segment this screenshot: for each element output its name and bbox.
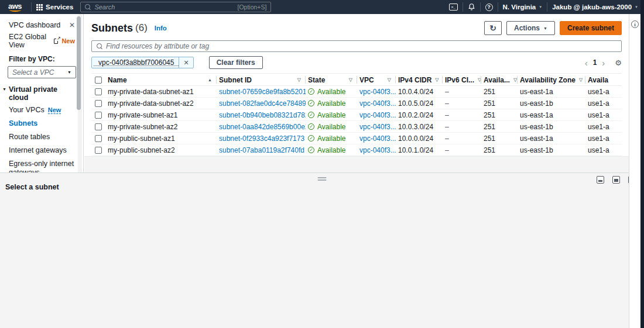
account-menu[interactable]: Jakub @ jakub-aws-2000 ▼ (552, 4, 638, 11)
info-link[interactable]: Info (155, 25, 167, 32)
column-header-state[interactable]: State▽ (306, 74, 357, 86)
vpc-link[interactable]: vpc-040f3... (359, 99, 396, 108)
column-header-subnet-id[interactable]: Subnet ID▽ (217, 74, 306, 86)
az-id-cell: use1-a (585, 123, 622, 131)
row-checkbox[interactable] (95, 123, 102, 130)
az-id-cell: use1-a (585, 111, 622, 119)
column-header-availa[interactable]: Availa (585, 74, 622, 86)
state-cell: ✓Available (306, 88, 357, 96)
refresh-button[interactable]: ↻ (484, 21, 502, 35)
column-header-vpc[interactable]: VPC▽ (357, 74, 396, 86)
vpc-link[interactable]: vpc-040f3... (359, 134, 396, 143)
state-label: Available (317, 111, 345, 119)
row-checkbox[interactable] (95, 147, 102, 154)
available-check-icon: ✓ (308, 100, 314, 106)
column-label: IPv4 CIDR (398, 76, 431, 84)
subnet-id-link[interactable]: subnet-07659c8e9fa8b5201 (219, 88, 306, 96)
sidebar-item-your-vpcs[interactable]: Your VPCsNew (0, 103, 83, 117)
row-checkbox[interactable] (95, 88, 102, 95)
sidebar-item-subnets[interactable]: Subnets (0, 117, 83, 130)
new-badge: New (48, 106, 61, 114)
state-cell: ✓Available (306, 99, 357, 108)
current-page-number[interactable]: 1 (593, 58, 597, 67)
availability-zone-cell: us-east-1b (518, 146, 585, 154)
region-label: N. Virginia (503, 4, 536, 11)
sidebar-scrollbar-thumb[interactable] (77, 16, 81, 110)
panel-drag-handle[interactable] (318, 177, 327, 182)
sidebar-item-vpc-dashboard[interactable]: VPC dashboard (9, 21, 60, 29)
panel-layout-split-icon[interactable] (612, 176, 620, 184)
window-scrollbar-strip[interactable] (640, 0, 644, 328)
state-label: Available (317, 146, 345, 154)
sidebar-section-virtual-private-cloud[interactable]: ▼Virtual private cloud (0, 80, 83, 103)
sidebar-item-ec2-global-view[interactable]: EC2 Global View (9, 33, 52, 49)
row-checkbox[interactable] (95, 135, 102, 142)
resource-search[interactable] (91, 40, 622, 52)
available-ips-cell: 251 (481, 146, 518, 154)
subnet-id-link[interactable]: subnet-082fae0dc4ce78489 (219, 99, 306, 108)
vpc-link[interactable]: vpc-040f3... (359, 123, 396, 131)
actions-button[interactable]: Actions ▼ (506, 21, 555, 35)
column-header-availability-zone[interactable]: Availability Zone▽ (518, 74, 585, 86)
subnet-name-cell: my-private-data-subnet-az2 (105, 99, 217, 108)
sidebar-item-internet-gateways[interactable]: Internet gateways (0, 144, 83, 157)
next-page-icon[interactable]: › (602, 58, 605, 67)
subnet-id-link[interactable]: subnet-0b940beb08321d782 (219, 111, 306, 119)
vpc-link[interactable]: vpc-040f3... (359, 146, 396, 154)
column-header-ipv4-cidr[interactable]: IPv4 CIDR▽ (396, 74, 443, 86)
vpc-link[interactable]: vpc-040f3... (359, 88, 396, 96)
aws-logo[interactable]: aws (8, 2, 22, 12)
search-shortcut-hint: [Option+S] (238, 4, 267, 11)
region-selector[interactable]: N. Virginia ▼ (503, 4, 543, 11)
resource-count: (6) (135, 22, 148, 34)
vpc-cell: vpc-040f3... (357, 111, 396, 119)
vpc-select-dropdown[interactable]: Select a VPC ▼ (8, 66, 76, 78)
subnets-table: Name▲Subnet ID▽State▽VPC▽IPv4 CIDR▽IPv6 … (91, 73, 622, 156)
available-check-icon: ✓ (308, 88, 314, 95)
table-row: my-private-subnet-az2subnet-0aa842de8569… (91, 121, 622, 133)
row-checkbox-cell (91, 88, 105, 95)
panel-layout-bottom-icon[interactable] (597, 176, 604, 184)
global-search[interactable]: [Option+S] (80, 2, 271, 12)
services-menu[interactable]: Services (36, 4, 73, 11)
subnet-id-cell: subnet-082fae0dc4ce78489 (217, 99, 306, 108)
info-panel-icon[interactable]: i (631, 20, 639, 28)
clear-filters-button[interactable]: Clear filters (209, 56, 263, 69)
subnet-id-link[interactable]: subnet-0aa842de8569b00e2 (219, 123, 306, 131)
previous-page-icon[interactable]: ‹ (585, 58, 588, 67)
sort-ascending-icon: ▲ (204, 78, 212, 82)
create-subnet-button[interactable]: Create subnet (560, 21, 622, 35)
close-icon[interactable]: ✕ (69, 21, 75, 29)
notifications-bell-icon[interactable] (468, 3, 475, 11)
nav-divider (463, 2, 463, 12)
cloudshell-icon[interactable]: >_ (449, 4, 458, 11)
row-checkbox[interactable] (95, 112, 102, 119)
filter-token-label[interactable]: vpc-040f3a8bbf7006045 (94, 59, 179, 66)
ipv4-cidr-cell: 10.0.2.0/24 (396, 111, 443, 119)
remove-filter-icon[interactable]: ✕ (179, 57, 193, 68)
available-check-icon: ✓ (308, 135, 314, 141)
vpc-link[interactable]: vpc-040f3... (359, 111, 396, 119)
create-subnet-label: Create subnet (567, 24, 614, 32)
row-checkbox[interactable] (95, 100, 102, 107)
subnet-id-link[interactable]: subnet-0f2933c4a923f7173 (219, 134, 304, 143)
chevron-down-icon: ▼ (543, 26, 547, 30)
column-header-ipv6-ci[interactable]: IPv6 CI...▽ (443, 74, 481, 86)
table-row: my-private-data-subnet-az2subnet-082fae0… (91, 98, 622, 109)
preferences-gear-icon[interactable]: ⚙ (615, 58, 622, 67)
select-all-checkbox[interactable] (95, 77, 102, 84)
state-cell: ✓Available (306, 146, 357, 154)
column-label: Subnet ID (219, 76, 252, 84)
resource-search-input[interactable] (106, 42, 616, 50)
sort-icon: ▽ (510, 77, 517, 82)
column-header-availa[interactable]: Availa...▽ (481, 74, 518, 86)
detail-split-panel: Select a subnet (0, 172, 644, 328)
sidebar-item-route-tables[interactable]: Route tables (0, 130, 83, 144)
column-header-name[interactable]: Name▲ (105, 74, 217, 86)
available-ips-cell: 251 (481, 123, 518, 131)
subnet-id-link[interactable]: subnet-07aba0119a2f740fd (219, 146, 304, 154)
help-icon[interactable]: ? (485, 4, 493, 11)
nav-divider (480, 2, 481, 12)
global-search-input[interactable] (94, 4, 237, 11)
select-all-checkbox-cell (91, 74, 105, 86)
